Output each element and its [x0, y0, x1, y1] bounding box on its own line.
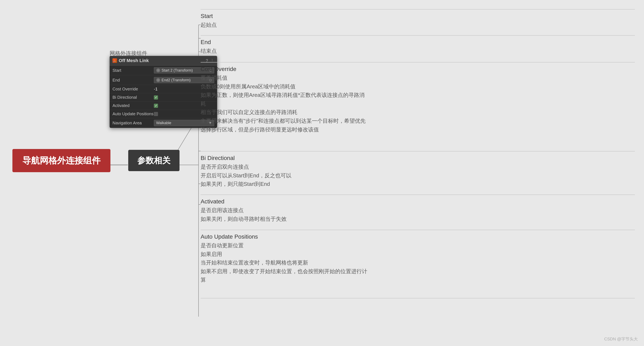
row-label-bidirectional: Bi Directional: [112, 95, 154, 100]
info-title-bidirectional: Bi Directional: [200, 155, 635, 161]
watermark: CSDN @字节头大: [604, 336, 638, 342]
info-text-bidirectional: 是否开启双向连接点 开启后可以从Start到End，反之也可以 如果关闭，则只能…: [200, 163, 635, 189]
off-mesh-link-icon: [112, 58, 117, 63]
info-section-bidirectional: Bi Directional 是否开启双向连接点 开启后可以从Start到End…: [200, 151, 635, 192]
params-node: 参数相关: [128, 150, 180, 171]
end-circle-icon: [156, 78, 160, 82]
bottom-border: [200, 298, 635, 298]
info-section-start: Start 起始点: [200, 9, 635, 33]
row-label-cost: Cost Override: [112, 87, 154, 92]
info-text-autoupdate: 是否自动更新位置 如果启用 当开始和结束位置改变时，导航网格也将更新 如果不启用…: [200, 241, 635, 284]
info-section-activated: Activated 是否启用该连接点 如果关闭，则自动寻路时相当于失效: [200, 195, 635, 227]
main-node: 导航网格外连接组件: [12, 149, 110, 172]
row-label-activated: Activated: [112, 103, 154, 108]
info-section-cost: Cost Override 覆盖消耗值 负数或0则使用所属Area区域中的消耗值…: [200, 62, 635, 137]
info-title-end: End: [200, 39, 635, 46]
info-title-activated: Activated: [200, 198, 635, 205]
row-label-end: End: [112, 78, 154, 83]
mindmap-container: 导航网格外连接组件 参数相关 网格外连接组件 Off Mesh Link ? ⋮: [0, 0, 644, 346]
row-label-start: Start: [112, 68, 154, 73]
start-circle-icon: [156, 68, 160, 73]
info-title-autoupdate: Auto Update Positions: [200, 233, 635, 240]
info-text-activated: 是否启用该连接点 如果关闭，则自动寻路时相当于失效: [200, 206, 635, 223]
info-title-start: Start: [200, 13, 635, 20]
info-section-end: End 结束点: [200, 35, 635, 59]
info-text-start: 起始点: [200, 21, 635, 29]
row-label-autoupdate: Auto Update Positions: [112, 112, 154, 116]
info-text-end: 结束点: [200, 47, 635, 56]
activated-checkbox[interactable]: ✓: [154, 104, 158, 108]
svg-point-14: [116, 61, 116, 62]
inspector-title: Off Mesh Link: [119, 58, 204, 63]
bidirectional-checkbox[interactable]: ✓: [154, 95, 158, 100]
row-label-navarea: Navigation Area: [112, 121, 154, 125]
params-node-label: 参数相关: [137, 156, 170, 165]
svg-point-12: [114, 59, 115, 60]
autoupdate-checkbox[interactable]: [154, 112, 158, 116]
info-title-cost: Cost Override: [200, 66, 635, 73]
info-section-autoupdate: Auto Update Positions 是否自动更新位置 如果启用 当开始和…: [200, 230, 635, 288]
main-node-label: 导航网格外连接组件: [22, 156, 100, 165]
svg-point-13: [113, 61, 114, 62]
info-text-cost: 覆盖消耗值 负数或0则使用所属Area区域中的消耗值 如果为正数，则使用Area…: [200, 74, 635, 134]
